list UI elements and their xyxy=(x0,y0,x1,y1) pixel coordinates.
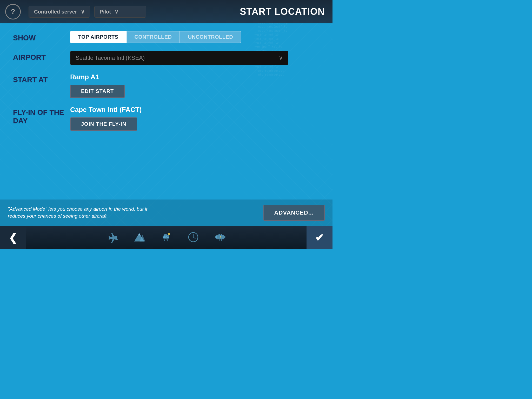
flyin-label: FLY-IN OF THE DAY xyxy=(13,106,70,125)
start-at-label: START AT xyxy=(13,73,70,84)
start-at-content: Ramp A1 EDIT START xyxy=(70,73,320,98)
tab-uncontrolled[interactable]: UNCONTROLLED xyxy=(180,31,241,43)
advanced-mode-info: "Advanced Mode" lets you choose any airp… xyxy=(8,206,164,220)
show-tabs: TOP AIRPORTS CONTROLLED UNCONTROLLED xyxy=(70,31,320,43)
bottom-nav: ❮ xyxy=(0,226,332,249)
flyin-row: FLY-IN OF THE DAY Cape Town Intl (FACT) … xyxy=(13,106,320,131)
join-flyin-button[interactable]: JOIN THE FLY-IN xyxy=(70,117,137,131)
nav-clock-icon[interactable] xyxy=(188,231,199,244)
show-tabs-container: TOP AIRPORTS CONTROLLED UNCONTROLLED xyxy=(70,31,320,43)
advanced-button[interactable]: ADVANCED... xyxy=(263,205,325,221)
tab-top-airports[interactable]: TOP AIRPORTS xyxy=(70,31,127,43)
back-button[interactable]: ❮ xyxy=(0,226,26,249)
header-dropdowns: Controlled server ∨ Pilot ∨ xyxy=(29,6,240,18)
role-dropdown-arrow: ∨ xyxy=(115,9,118,15)
nav-mountain-icon[interactable] xyxy=(134,231,145,244)
role-dropdown[interactable]: Pilot ∨ xyxy=(94,6,146,18)
svg-rect-18 xyxy=(224,236,225,238)
airport-row: AIRPORT Seattle Tacoma Intl (KSEA) ∨ xyxy=(13,51,320,65)
role-dropdown-label: Pilot xyxy=(100,9,111,15)
nav-weather-icon[interactable] xyxy=(161,231,172,244)
svg-rect-20 xyxy=(221,234,222,236)
svg-rect-17 xyxy=(215,236,217,238)
svg-line-12 xyxy=(167,239,168,241)
info-bar: "Advanced Mode" lets you choose any airp… xyxy=(0,200,332,226)
nav-icons xyxy=(26,231,307,244)
airport-dropdown-container: Seattle Tacoma Intl (KSEA) ∨ xyxy=(70,51,320,65)
header: ? Controlled server ∨ Pilot ∨ START LOCA… xyxy=(0,0,332,23)
server-dropdown-label: Controlled server xyxy=(34,9,77,15)
back-icon: ❮ xyxy=(9,232,17,244)
start-at-value: Ramp A1 xyxy=(70,73,320,81)
show-label: SHOW xyxy=(13,31,70,42)
nav-engine-icon[interactable] xyxy=(215,231,226,244)
svg-rect-5 xyxy=(163,237,169,239)
server-dropdown[interactable]: Controlled server ∨ xyxy=(29,6,90,18)
nav-airplane-icon[interactable] xyxy=(107,231,118,244)
airport-value: Seattle Tacoma Intl (KSEA) xyxy=(76,55,145,61)
svg-point-6 xyxy=(168,233,170,235)
flyin-content: Cape Town Intl (FACT) JOIN THE FLY-IN xyxy=(70,106,320,131)
airport-label: AIRPORT xyxy=(13,51,70,62)
check-icon: ✔ xyxy=(315,232,324,244)
tab-controlled[interactable]: CONTROLLED xyxy=(127,31,180,43)
start-at-row: START AT Ramp A1 EDIT START xyxy=(13,73,320,98)
server-dropdown-arrow: ∨ xyxy=(81,9,85,15)
airport-dropdown-arrow: ∨ xyxy=(279,55,283,61)
show-row: SHOW TOP AIRPORTS CONTROLLED UNCONTROLLE… xyxy=(13,31,320,43)
edit-start-button[interactable]: EDIT START xyxy=(70,85,125,98)
svg-line-15 xyxy=(193,237,195,239)
airport-dropdown[interactable]: Seattle Tacoma Intl (KSEA) ∨ xyxy=(70,51,288,65)
main-content: SHOW TOP AIRPORTS CONTROLLED UNCONTROLLE… xyxy=(0,23,332,146)
svg-line-11 xyxy=(166,239,166,241)
confirm-button[interactable]: ✔ xyxy=(307,226,332,249)
page-title: START LOCATION xyxy=(240,6,327,17)
help-button[interactable]: ? xyxy=(5,4,21,19)
flyin-value: Cape Town Intl (FACT) xyxy=(70,106,320,114)
svg-rect-19 xyxy=(218,234,220,236)
svg-line-10 xyxy=(164,239,165,241)
